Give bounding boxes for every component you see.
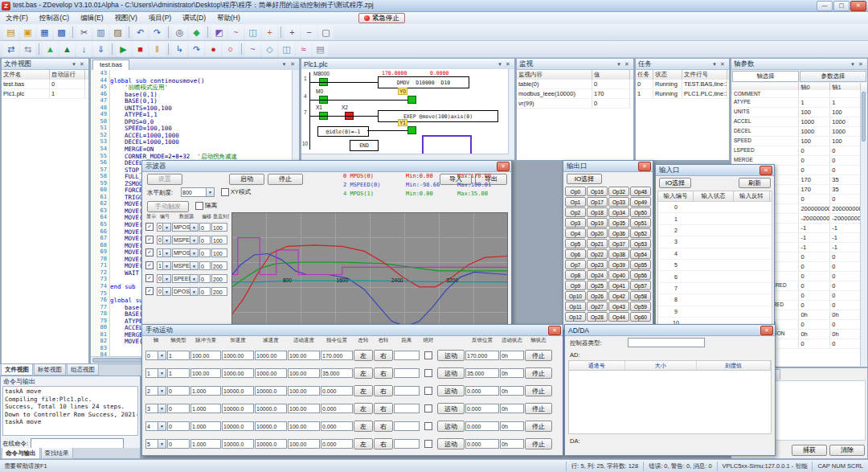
output-button-Op9[interactable]: Op9 <box>565 281 586 290</box>
vscale-input[interactable]: 100 <box>211 248 227 257</box>
full-screen-icon[interactable]: ▢ <box>318 25 334 39</box>
download-rom-icon[interactable]: ⇓ <box>93 42 108 56</box>
scope-start-button[interactable]: 启动 <box>229 174 264 185</box>
absolute-checkbox[interactable] <box>420 404 436 412</box>
close-icon[interactable]: ✕ <box>548 326 561 335</box>
output-button-Op16[interactable]: Op16 <box>587 187 608 196</box>
jog-left-button[interactable]: 左 <box>354 367 373 379</box>
minimize-button[interactable]: — <box>817 1 833 11</box>
output-button-Op28[interactable]: Op28 <box>587 312 608 322</box>
close-icon[interactable]: ✕ <box>638 162 651 171</box>
manual-trigger-button[interactable]: 手动触发 <box>147 201 189 212</box>
jog-left-button[interactable]: 左 <box>354 350 373 361</box>
isolate-checkbox[interactable]: 隔离 <box>195 202 217 210</box>
stop-button[interactable]: 停止 <box>525 367 552 379</box>
output-button-Op7[interactable]: Op7 <box>565 260 586 269</box>
offset-input[interactable]: 0 <box>199 248 211 257</box>
input-refresh-button[interactable]: 刷新 <box>739 178 771 188</box>
dpos-input[interactable]: 0.000 <box>321 439 353 449</box>
vscale-input[interactable]: 200 <box>211 274 227 283</box>
output-button-Op36[interactable]: Op36 <box>608 228 629 238</box>
axis-tool-icon[interactable]: + <box>262 25 277 39</box>
find-icon[interactable]: ◎ <box>172 25 187 39</box>
dmov-block[interactable]: DMOV D10000 D10 <box>378 76 469 88</box>
jog-left-button[interactable]: 左 <box>354 421 373 432</box>
output-button-Op51[interactable]: Op51 <box>630 218 651 228</box>
output-button-Op43[interactable]: Op43 <box>608 302 629 311</box>
distance-input[interactable] <box>394 368 420 378</box>
dpos-input[interactable]: 170.000 <box>321 351 353 360</box>
dpos-input[interactable]: 0.000 <box>321 421 353 431</box>
close-icon[interactable]: ✕ <box>760 326 773 335</box>
move-button[interactable]: 运动 <box>437 421 465 432</box>
axis-param-row[interactable]: DECEL10001000 <box>732 127 861 137</box>
axis-select[interactable]: 2▼ <box>145 386 166 396</box>
output-button-Op58[interactable]: Op58 <box>630 291 651 301</box>
coil-y0[interactable] <box>407 96 416 104</box>
manual-window-icon[interactable]: ◇ <box>262 42 277 56</box>
channel-checkbox[interactable]: ✓ <box>145 248 156 257</box>
dpos-input[interactable]: 0.000 <box>321 386 353 396</box>
ad-channel-list[interactable] <box>568 370 772 434</box>
menu-view[interactable]: 视图(V) <box>109 14 143 22</box>
redo-icon[interactable]: ↷ <box>149 25 165 39</box>
stop-button[interactable]: 停止 <box>525 385 552 396</box>
register-window-icon[interactable]: ▤ <box>313 42 328 56</box>
file-row[interactable]: Plc1.plc1 <box>2 89 88 99</box>
axis-type-input[interactable]: 1 <box>167 368 190 378</box>
download-ram-icon[interactable]: ↓ <box>76 42 92 56</box>
io-window-icon[interactable]: ◫ <box>279 42 294 56</box>
offset-input[interactable]: 0 <box>199 261 211 270</box>
units-input[interactable]: 1.000 <box>190 439 221 449</box>
output-button-Op42[interactable]: Op42 <box>608 291 629 301</box>
axis-type-input[interactable]: 0 <box>167 439 190 449</box>
axis-type-input[interactable]: 1 <box>167 351 190 360</box>
output-button-Op52[interactable]: Op52 <box>630 228 651 238</box>
channel-checkbox[interactable]: ✓ <box>145 274 156 282</box>
distance-input[interactable] <box>394 439 420 449</box>
output-button-Op56[interactable]: Op56 <box>630 270 651 280</box>
tab-test-bas[interactable]: test.bas <box>92 60 129 70</box>
move-button[interactable]: 运动 <box>437 350 465 361</box>
offset-input[interactable]: 0 <box>199 236 211 244</box>
units-input[interactable]: 100.00 <box>190 368 221 378</box>
channel-checkbox[interactable]: ✓ <box>145 287 156 295</box>
absolute-checkbox[interactable] <box>420 351 436 359</box>
data-source-select[interactable]: MSPEED▼ <box>172 236 199 244</box>
move-button[interactable]: 运动 <box>437 438 465 449</box>
units-input[interactable]: 1.000 <box>190 404 221 413</box>
paste-icon[interactable]: ▨ <box>110 25 125 39</box>
console-tab-1[interactable]: 查找结果 <box>41 448 73 459</box>
vscale-input[interactable]: 200 <box>211 287 227 296</box>
units-input[interactable]: 1.000 <box>190 386 221 396</box>
output-button-Op59[interactable]: Op59 <box>630 302 651 311</box>
accel-input[interactable]: 1000.00 <box>222 368 254 378</box>
pin-icon[interactable]: ▾ <box>849 61 857 68</box>
output-button-Op54[interactable]: Op54 <box>630 249 651 259</box>
pin-icon[interactable]: ▾ <box>70 61 78 68</box>
vscale-input[interactable]: 200 <box>211 261 227 270</box>
channel-checkbox[interactable]: ✓ <box>145 236 156 244</box>
stop-button[interactable]: 停止 <box>525 403 552 414</box>
view-tab-2[interactable]: 组态视图 <box>67 364 99 376</box>
close-icon[interactable]: ✕ <box>857 61 865 68</box>
distance-input[interactable] <box>394 421 420 431</box>
offset-input[interactable]: 0 <box>199 274 211 283</box>
disconnect-icon[interactable]: ⇆ <box>20 42 35 56</box>
axis-select[interactable]: 1▼ <box>145 368 166 378</box>
stop-button[interactable]: 停止 <box>525 438 552 449</box>
dpos-input[interactable]: 0.000 <box>321 404 353 413</box>
output-button-Op44[interactable]: Op44 <box>608 312 629 322</box>
scope-settings-button[interactable]: 设置 <box>147 174 182 185</box>
clear-breakpoints-icon[interactable]: ○ <box>223 42 238 56</box>
scope-plot-area[interactable]: 800160024003200 <box>231 212 508 337</box>
output-button-Op25[interactable]: Op25 <box>587 281 608 290</box>
output-button-Op55[interactable]: Op55 <box>630 260 651 269</box>
output-io-select-button[interactable]: IO选择 <box>567 174 602 184</box>
axis-select[interactable]: 3▼ <box>145 404 166 413</box>
jog-left-button[interactable]: 左 <box>354 403 373 414</box>
output-button-Op39[interactable]: Op39 <box>608 260 629 269</box>
ladder-hscrollbar[interactable] <box>301 154 509 160</box>
output-button-Op23[interactable]: Op23 <box>587 260 608 269</box>
output-button-Op38[interactable]: Op38 <box>608 249 629 259</box>
